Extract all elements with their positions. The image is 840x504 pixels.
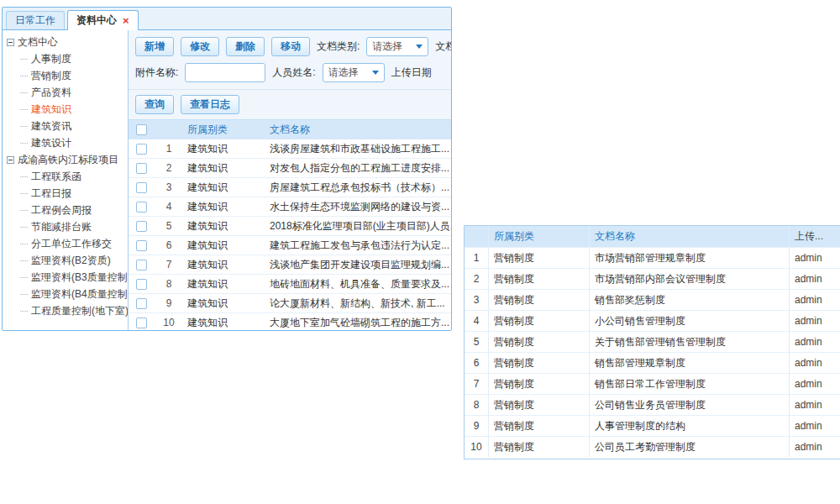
row-checkbox-cell xyxy=(129,163,154,174)
add-button[interactable]: 新增 xyxy=(135,37,174,56)
expand-icon[interactable] xyxy=(20,244,28,244)
tree-item[interactable]: 文档中心 xyxy=(3,34,128,50)
table-row[interactable]: 9 营销制度 人事管理制度的结构 admin xyxy=(465,415,840,436)
row-uploader: admin xyxy=(789,332,840,352)
tree-item[interactable]: 监理资料(B4质量控制) xyxy=(3,286,128,302)
expand-icon[interactable] xyxy=(20,311,28,312)
expand-icon[interactable] xyxy=(20,109,28,110)
row-checkbox[interactable] xyxy=(136,144,147,155)
header-doc-name[interactable]: 文档名称 xyxy=(589,226,789,247)
tab-data-center[interactable]: 资料中心 × xyxy=(67,10,139,30)
table-row[interactable]: 6 营销制度 销售部管理规章制度 admin xyxy=(465,352,840,373)
attachment-name-input[interactable] xyxy=(185,63,265,82)
delete-button[interactable]: 删除 xyxy=(226,37,265,56)
row-checkbox[interactable] xyxy=(136,202,147,213)
expand-icon[interactable] xyxy=(20,294,28,295)
table-row[interactable]: 10 建筑知识 大厦地下室加气砼墙砌筑工程的施工方... xyxy=(129,313,451,330)
header-category[interactable]: 所属别类 xyxy=(184,123,266,137)
tree-item-label: 监理资料(B3质量控制) xyxy=(31,270,129,285)
table-row[interactable]: 4 营销制度 小公司销售管理制度 admin xyxy=(465,310,840,331)
row-checkbox[interactable] xyxy=(136,260,147,270)
tree-item[interactable]: 建筑知识 xyxy=(3,101,128,118)
row-checkbox[interactable] xyxy=(136,240,147,251)
tree-item[interactable]: 监理资料(B2资质) xyxy=(3,252,128,269)
expand-icon[interactable] xyxy=(7,156,14,164)
table-row[interactable]: 5 建筑知识 2018标准化监理项目部(业主项目部)人员... xyxy=(129,217,451,236)
row-checkbox[interactable] xyxy=(136,221,147,232)
expand-icon[interactable] xyxy=(20,59,28,60)
doc-category-select[interactable]: 请选择 xyxy=(366,37,428,56)
expand-icon[interactable] xyxy=(20,210,28,211)
toolbar-row-filters: 附件名称: 人员姓名: 请选择 上传日期 xyxy=(135,63,444,82)
header-uploader[interactable]: 上传... xyxy=(789,226,840,247)
row-number: 10 xyxy=(154,317,184,328)
table-row[interactable]: 2 营销制度 市场营销部内部会议管理制度 admin xyxy=(465,268,840,289)
expand-icon[interactable] xyxy=(20,126,28,127)
row-category: 建筑知识 xyxy=(184,142,266,156)
edit-button[interactable]: 修改 xyxy=(181,37,219,56)
row-checkbox-cell xyxy=(129,240,154,251)
row-doc-name: 浅谈地产集团开发建设项目监理规划编... xyxy=(266,258,451,272)
table-row[interactable]: 7 建筑知识 浅谈地产集团开发建设项目监理规划编... xyxy=(129,255,451,275)
row-checkbox[interactable] xyxy=(136,163,147,174)
tab-label: 资料中心 xyxy=(76,13,117,28)
table-row[interactable]: 9 建筑知识 论大厦新材料、新结构、新技术, 新工... xyxy=(129,294,451,313)
table-row[interactable]: 1 建筑知识 浅谈房屋建筑和市政基础设施工程施工... xyxy=(129,139,451,159)
tree-item[interactable]: 工程例会周报 xyxy=(3,202,128,218)
table-row[interactable]: 8 建筑知识 地砖地面材料、机具准备、质量要求及... xyxy=(129,275,451,294)
tree-item[interactable]: 人事制度 xyxy=(3,50,128,67)
tree-item[interactable]: 建筑设计 xyxy=(3,134,128,151)
tree-item[interactable]: 工程联系函 xyxy=(3,168,128,185)
table-row[interactable]: 1 营销制度 市场营销部管理规章制度 admin xyxy=(465,247,840,268)
tree-item[interactable]: 工程质量控制(地下室) xyxy=(3,302,128,319)
table-row[interactable]: 3 建筑知识 房屋建筑工程总承包投标书（技术标）... xyxy=(129,178,451,197)
row-checkbox[interactable] xyxy=(136,298,147,309)
header-doc-name[interactable]: 文档名称 xyxy=(266,123,451,137)
table-row[interactable]: 6 建筑知识 建筑工程施工发包与承包违法行为认定... xyxy=(129,236,451,255)
tab-daily-work[interactable]: 日常工作 xyxy=(6,11,65,29)
tree-item[interactable]: 监理资料(B3质量控制) xyxy=(3,269,128,286)
row-doc-name: 地砖地面材料、机具准备、质量要求及... xyxy=(266,277,451,291)
table-row[interactable]: 3 营销制度 销售部奖惩制度 admin xyxy=(465,289,840,310)
table-row[interactable]: 8 营销制度 公司销售业务员管理制度 admin xyxy=(465,394,840,415)
tab-label: 日常工作 xyxy=(15,13,55,28)
tree-item[interactable]: 成渝高铁内江标段项目 xyxy=(3,151,128,168)
query-button[interactable]: 查询 xyxy=(135,95,174,114)
expand-icon[interactable] xyxy=(20,176,28,177)
row-doc-name: 市场营销部管理规章制度 xyxy=(589,248,789,268)
select-all-checkbox[interactable] xyxy=(136,124,147,135)
expand-icon[interactable] xyxy=(20,76,28,76)
tree-item[interactable]: 工程日报 xyxy=(3,185,128,202)
expand-icon[interactable] xyxy=(20,193,28,194)
table-row[interactable]: 2 建筑知识 对发包人指定分包的工程施工进度安排... xyxy=(129,159,451,178)
close-icon[interactable]: × xyxy=(123,15,129,26)
person-name-select[interactable]: 请选择 xyxy=(323,63,385,82)
expand-icon[interactable] xyxy=(20,277,28,278)
tree-item[interactable]: 分工单位工作移交 xyxy=(3,235,128,252)
tree-item[interactable]: 节能减排台账 xyxy=(3,218,128,235)
expand-icon[interactable] xyxy=(20,143,28,144)
row-number: 4 xyxy=(465,311,488,331)
row-checkbox[interactable] xyxy=(136,279,147,290)
row-checkbox[interactable] xyxy=(136,182,147,193)
row-number: 1 xyxy=(465,248,488,268)
view-log-button[interactable]: 查看日志 xyxy=(181,95,239,114)
table-row[interactable]: 4 建筑知识 水土保持生态环境监测网络的建设与资... xyxy=(129,197,451,217)
expand-icon[interactable] xyxy=(20,92,28,93)
tree-item-label: 监理资料(B4质量控制) xyxy=(31,287,129,302)
table-row[interactable]: 7 营销制度 销售部日常工作管理制度 admin xyxy=(465,373,840,394)
row-checkbox-cell xyxy=(129,298,154,309)
tree-item[interactable]: 产品资料 xyxy=(3,84,128,101)
header-category[interactable]: 所属别类 xyxy=(488,226,589,247)
expand-icon[interactable] xyxy=(7,39,14,46)
tree-item[interactable]: 营销制度 xyxy=(3,67,128,84)
tab-bar: 日常工作 资料中心 × xyxy=(3,8,451,30)
tree-item[interactable]: 建筑资讯 xyxy=(3,118,128,134)
expand-icon[interactable] xyxy=(20,260,28,261)
row-uploader: admin xyxy=(789,416,840,436)
row-checkbox[interactable] xyxy=(136,318,147,328)
move-button[interactable]: 移动 xyxy=(271,37,310,56)
table-row[interactable]: 5 营销制度 关于销售部管理销售管理制度 admin xyxy=(465,331,840,352)
table-row[interactable]: 10 营销制度 公司员工考勤管理制度 admin xyxy=(465,436,840,457)
expand-icon[interactable] xyxy=(20,227,28,228)
